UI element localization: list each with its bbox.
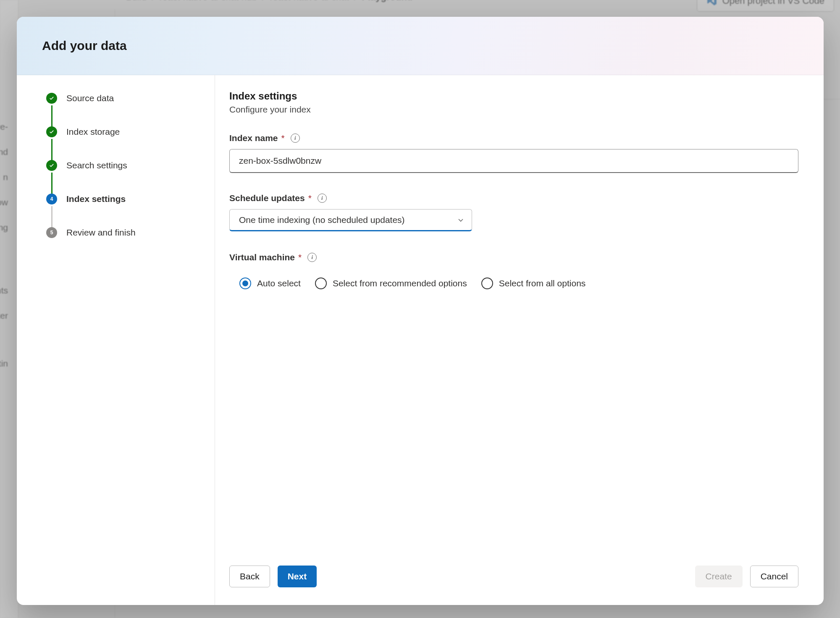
vm-option-label: Auto select (257, 278, 301, 288)
radio-icon (239, 278, 251, 289)
step-check-icon (46, 93, 57, 104)
step-label: Index storage (66, 127, 120, 137)
step-label: Source data (66, 93, 114, 103)
step-search-settings[interactable]: Search settings (46, 160, 202, 171)
step-source-data[interactable]: Source data (46, 93, 202, 104)
index-settings-form: Index settings Configure your index Inde… (215, 75, 824, 559)
step-check-icon (46, 160, 57, 171)
step-number-badge: 5 (46, 227, 57, 238)
step-review-finish[interactable]: 5 Review and finish (46, 227, 202, 238)
dialog-header: Add your data (17, 17, 824, 75)
section-subheading: Configure your index (229, 105, 798, 115)
check-icon (49, 162, 55, 168)
add-your-data-dialog: Add your data Source data Index storage (17, 17, 824, 605)
vm-option-label: Select from all options (499, 278, 586, 288)
step-label: Index settings (66, 194, 126, 204)
section-heading: Index settings (229, 90, 798, 102)
step-number-badge: 4 (46, 194, 57, 204)
vm-option-auto-select[interactable]: Auto select (239, 278, 301, 289)
next-button[interactable]: Next (278, 566, 317, 587)
check-icon (49, 129, 55, 135)
info-icon[interactable]: i (291, 134, 300, 143)
wizard-steps: Source data Index storage Search setting… (17, 75, 215, 605)
schedule-updates-value: One time indexing (no scheduled updates) (239, 215, 405, 225)
virtual-machine-label: Virtual machine * i (229, 252, 798, 262)
vm-option-all[interactable]: Select from all options (481, 278, 586, 289)
cancel-button[interactable]: Cancel (750, 566, 798, 587)
index-name-label: Index name * i (229, 133, 798, 143)
create-button: Create (695, 566, 743, 587)
step-label: Search settings (66, 160, 127, 170)
info-icon[interactable]: i (318, 194, 327, 203)
back-button[interactable]: Back (229, 566, 270, 587)
step-index-settings[interactable]: 4 Index settings (46, 194, 202, 204)
index-name-input[interactable] (229, 149, 798, 173)
radio-icon (315, 278, 327, 289)
required-asterisk: * (298, 252, 302, 262)
required-asterisk: * (281, 133, 285, 143)
dialog-title: Add your data (42, 39, 127, 53)
schedule-updates-label: Schedule updates * i (229, 193, 798, 203)
vm-option-recommended[interactable]: Select from recommended options (315, 278, 467, 289)
chevron-down-icon (457, 217, 464, 223)
check-icon (49, 95, 55, 101)
schedule-updates-select[interactable]: One time indexing (no scheduled updates) (229, 209, 472, 231)
step-label: Review and finish (66, 228, 136, 238)
dialog-footer: Back Next Create Cancel (215, 559, 824, 605)
step-index-storage[interactable]: Index storage (46, 126, 202, 137)
virtual-machine-radio-group: Auto select Select from recommended opti… (239, 278, 798, 289)
required-asterisk: * (308, 193, 312, 203)
info-icon[interactable]: i (307, 253, 317, 262)
step-check-icon (46, 126, 57, 137)
radio-icon (481, 278, 493, 289)
vm-option-label: Select from recommended options (333, 278, 467, 288)
